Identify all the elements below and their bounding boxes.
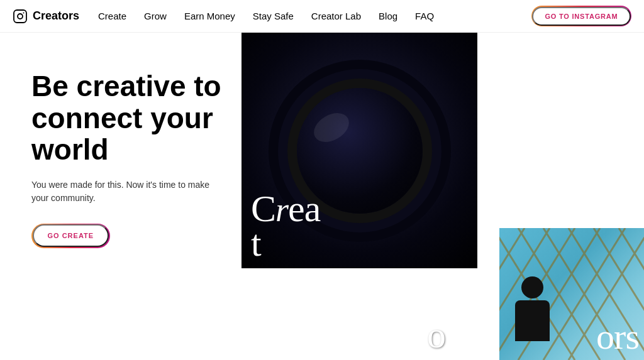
go-create-wrapper: GO CREATE (31, 224, 110, 248)
svg-point-2 (23, 12, 25, 13)
svg-rect-0 (14, 10, 26, 23)
main-content: Be creative to connect your world You we… (0, 33, 644, 360)
nav-stay-safe[interactable]: Stay Safe (253, 11, 294, 21)
instagram-icon (13, 9, 28, 24)
person-figure (515, 276, 550, 341)
hero-heading: Be creative to connect your world (31, 70, 239, 166)
go-to-instagram-wrapper: GO TO INSTAGRAM (531, 6, 631, 26)
main-hero-image: Crea t (242, 33, 477, 268)
nav-faq[interactable]: FAQ (415, 11, 434, 21)
camera-lens (242, 33, 477, 268)
nav-blog[interactable]: Blog (379, 11, 397, 21)
hero-subtext: You were made for this. Now it's time to… (31, 178, 214, 205)
nav-creator-lab[interactable]: Creator Lab (311, 11, 361, 21)
secondary-hero-image: ors (499, 228, 644, 360)
svg-line-8 (619, 228, 644, 360)
nav-create[interactable]: Create (98, 11, 126, 21)
svg-point-1 (18, 14, 23, 19)
svg-line-7 (594, 228, 644, 360)
header: Creators Create Grow Earn Money Stay Saf… (0, 0, 644, 33)
hero-images: Crea t (242, 33, 644, 360)
main-nav: Create Grow Earn Money Stay Safe Creator… (98, 11, 531, 21)
creators-text-bridge: o (427, 316, 445, 354)
logo-link[interactable]: Creators (13, 9, 79, 24)
nav-grow[interactable]: Grow (144, 11, 167, 21)
nav-earn-money[interactable]: Earn Money (184, 11, 235, 21)
go-to-instagram-button[interactable]: GO TO INSTAGRAM (532, 7, 630, 26)
go-create-button[interactable]: GO CREATE (33, 224, 109, 247)
logo-text: Creators (33, 9, 79, 23)
hero-left: Be creative to connect your world You we… (0, 33, 264, 360)
